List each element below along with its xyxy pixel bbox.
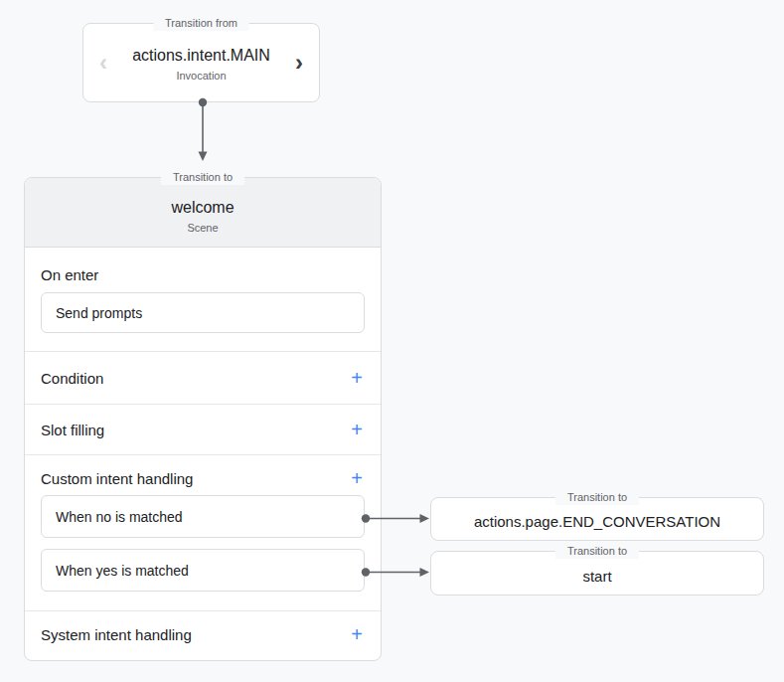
transition-from-label: Transition from	[153, 16, 249, 31]
slot-filling-title: Slot filling	[41, 422, 104, 438]
invocation-intent-name: actions.intent.MAIN	[132, 47, 270, 65]
condition-title: Condition	[41, 370, 103, 387]
scene-header[interactable]: welcome Scene	[25, 178, 381, 248]
scene-flow-canvas: Transition from ‹ actions.intent.MAIN In…	[0, 0, 784, 682]
start-scene-name: start	[582, 563, 611, 585]
scene-node-card: Transition to welcome Scene On enter Sen…	[24, 177, 382, 661]
chevron-left-icon: ‹	[83, 51, 123, 75]
system-intent-handling-section: System intent handling +	[25, 610, 381, 657]
arrow-invocation-to-scene	[199, 98, 208, 161]
condition-section: Condition +	[25, 351, 381, 404]
send-prompts-item[interactable]: Send prompts	[41, 292, 365, 333]
transition-target-start[interactable]: Transition to start	[430, 551, 764, 596]
transition-target-end-conversation[interactable]: Transition to actions.page.END_CONVERSAT…	[430, 497, 764, 541]
custom-intent-handling-section: Custom intent handling + When no is matc…	[25, 454, 381, 610]
send-prompts-label: Send prompts	[56, 305, 142, 321]
slot-filling-section: Slot filling +	[25, 404, 381, 454]
transition-to-label: Transition to	[555, 544, 639, 559]
custom-intent-title: Custom intent handling	[41, 470, 193, 487]
on-enter-title: On enter	[41, 266, 365, 283]
transition-to-label: Transition to	[161, 170, 244, 185]
arrowhead-icon	[199, 152, 208, 162]
invocation-node-card[interactable]: Transition from ‹ actions.intent.MAIN In…	[82, 23, 320, 102]
intent-handler-yes-label: When yes is matched	[56, 563, 189, 579]
on-enter-section: On enter Send prompts	[25, 248, 381, 351]
invocation-node-body: actions.intent.MAIN Invocation	[123, 45, 279, 82]
arrowhead-icon	[420, 514, 430, 523]
intent-handler-no[interactable]: When no is matched	[41, 495, 365, 538]
add-condition-button[interactable]: +	[349, 368, 365, 388]
transition-to-label: Transition to	[555, 490, 639, 505]
add-slot-button[interactable]: +	[349, 420, 365, 439]
add-custom-intent-button[interactable]: +	[349, 468, 365, 488]
intent-handler-no-label: When no is matched	[56, 509, 183, 525]
scene-name: welcome	[171, 199, 234, 217]
invocation-node-type: Invocation	[176, 70, 226, 82]
scene-node-type: Scene	[187, 222, 218, 234]
system-intent-title: System intent handling	[41, 626, 192, 643]
intent-handler-yes[interactable]: When yes is matched	[41, 549, 365, 592]
add-system-intent-button[interactable]: +	[349, 624, 365, 644]
arrowhead-icon	[420, 568, 430, 577]
end-conversation-page-name: actions.page.END_CONVERSATION	[474, 508, 720, 530]
chevron-right-icon[interactable]: ›	[279, 51, 319, 75]
custom-intent-header: Custom intent handling +	[41, 467, 365, 489]
